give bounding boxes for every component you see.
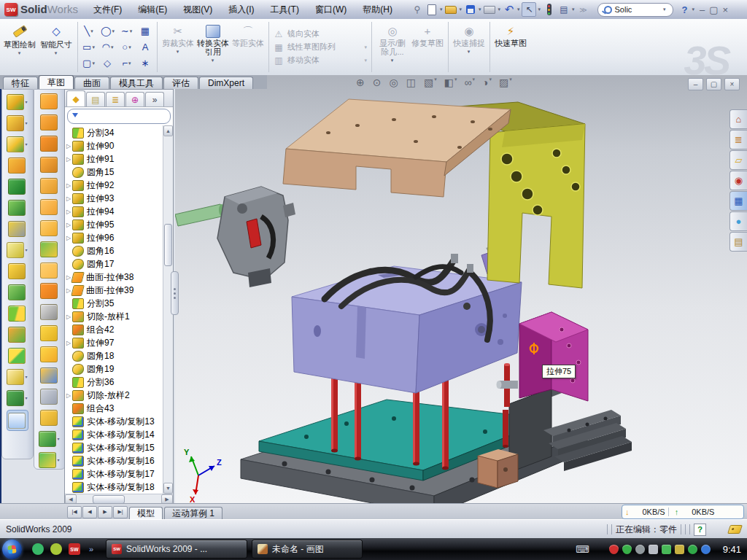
view-tool-button[interactable]: ◧▾ (444, 77, 458, 88)
tree-item[interactable]: 圆角18 (65, 349, 163, 362)
tree-item[interactable]: 圆角17 (65, 257, 163, 271)
menu-item[interactable]: 编辑(E) (130, 0, 175, 19)
repair-sketch-button[interactable]: + 修复草图 (411, 20, 444, 74)
sketch-entity-button[interactable]: ○▾ (117, 39, 136, 55)
menu-item[interactable]: 工具(T) (263, 0, 307, 19)
commandmanager-tab[interactable]: 曲面 (74, 77, 109, 89)
surface-tool-button[interactable] (40, 346, 59, 364)
surface-tool-button[interactable] (40, 177, 59, 195)
save-button[interactable] (464, 3, 477, 16)
tree-item[interactable]: 分割36 (65, 376, 163, 389)
task-pane-tab[interactable]: ● (729, 211, 747, 231)
network-warning-tray-icon[interactable] (675, 545, 684, 554)
tree-item[interactable]: ▷ 切除-放样1 (65, 310, 163, 323)
view-tool-button[interactable]: ⊕ (356, 77, 366, 88)
manager-tab[interactable]: ▤ (86, 92, 105, 106)
expand-arrow[interactable]: ▷ (65, 392, 72, 399)
surface-tool-button[interactable] (40, 93, 59, 111)
tree-item[interactable]: ▷ 曲面-拉伸38 (65, 271, 163, 284)
minimize-app-button[interactable]: – (700, 4, 705, 15)
tree-item[interactable]: 组合43 (65, 402, 163, 415)
move-entities-button[interactable]: ▥ 移动实体▾ (274, 55, 367, 66)
taskbar-button-solidworks[interactable]: SW SolidWorks 2009 - ... (106, 540, 247, 559)
tree-item[interactable]: ▷ 拉伸91 (65, 152, 163, 166)
scroll-down-arrow[interactable]: ▼ (163, 483, 173, 494)
tab-nav-button[interactable]: ▶ (98, 506, 112, 518)
surface-tool-button[interactable] (40, 240, 59, 258)
expand-arrow[interactable]: ▷ (65, 182, 72, 189)
document-tab[interactable]: 运动算例 1 (164, 507, 222, 520)
tree-item[interactable]: 分割35 (65, 297, 163, 310)
open-document-button[interactable] (444, 3, 457, 16)
quick-launch-icon[interactable] (50, 543, 62, 555)
commandmanager-tab[interactable]: DimXpert (199, 77, 253, 89)
tree-item[interactable]: ▷ 拉伸90 (65, 139, 163, 152)
select-tool-button[interactable]: ↖ (522, 2, 536, 17)
options-dropdown-arrow[interactable]: ▾ (572, 7, 575, 12)
surface-tool-button[interactable] (40, 135, 59, 153)
search-dropdown-arrow[interactable]: ▾ (663, 7, 666, 12)
tree-item[interactable]: 实体-移动/复制17 (65, 467, 163, 481)
surface-tool-button[interactable] (40, 261, 59, 279)
quick-launch-icon[interactable] (32, 543, 44, 555)
input-method-icon[interactable]: ⌨ (576, 544, 589, 555)
scroll-up-arrow[interactable]: ▲ (163, 125, 173, 136)
linear-sketch-pattern-button[interactable]: ▦ 线性草图阵列▾ (274, 42, 367, 52)
view-tool-button[interactable]: ∞▾ (464, 77, 476, 88)
view-tool-button[interactable]: ⊙ (373, 77, 383, 88)
task-pane-tab[interactable]: ▦ (729, 191, 747, 211)
open-dropdown-arrow[interactable]: ▾ (459, 7, 462, 12)
tree-item[interactable]: 实体-移动/复制14 (65, 428, 163, 441)
tree-horizontal-scrollbar[interactable]: ◀ ▶ (65, 494, 173, 504)
feature-tool-button[interactable] (8, 177, 27, 195)
horizontal-scroll-thumb[interactable] (93, 495, 125, 504)
print-button[interactable] (483, 3, 496, 16)
surface-tool-button[interactable] (40, 282, 59, 300)
restore-app-button[interactable]: ▢ (709, 4, 718, 15)
security-lightning-tray-icon[interactable] (622, 545, 632, 554)
surface-tool-button[interactable]: ▾ (39, 429, 60, 448)
expand-arrow[interactable]: ▷ (65, 195, 72, 202)
close-app-button[interactable]: × (723, 4, 729, 15)
tree-item[interactable]: 圆角16 (65, 244, 163, 257)
undo-dropdown-arrow[interactable]: ▾ (517, 7, 520, 12)
feature-tool-button[interactable] (8, 198, 27, 217)
print-dropdown-arrow[interactable]: ▾ (498, 7, 500, 12)
tag-icon[interactable] (727, 525, 743, 534)
minimize-document-button[interactable]: – (688, 78, 703, 90)
feature-tool-button[interactable]: ▾ (7, 114, 28, 132)
menu-item[interactable]: 视图(V) (175, 0, 220, 19)
surface-tool-button[interactable] (40, 367, 59, 385)
more-commands-icon[interactable]: ≫ (577, 3, 590, 16)
feature-tool-button[interactable] (8, 262, 27, 280)
new-dropdown-arrow[interactable]: ▾ (440, 7, 443, 12)
surface-tool-button[interactable] (40, 324, 59, 343)
smart-dimension-button[interactable]: ◇ 智能尺寸▾ (39, 21, 74, 74)
surface-tool-button[interactable] (40, 387, 59, 405)
tab-nav-button[interactable]: ▶| (113, 506, 128, 518)
document-tab[interactable]: 模型 (129, 507, 163, 520)
sketch-button[interactable]: 草图绘制▾ (2, 21, 37, 74)
surface-tool-button[interactable] (40, 156, 59, 174)
surface-tool-button[interactable]: ▾ (39, 451, 60, 469)
expand-arrow[interactable]: ▷ (65, 340, 72, 346)
undo-button[interactable]: ↶ (503, 3, 516, 16)
tree-item[interactable]: ▷ 拉伸97 (65, 336, 163, 349)
manager-tab[interactable]: ≣ (106, 92, 125, 106)
offset-entities-button[interactable]: ⌒ 等距实体 (231, 20, 265, 74)
3d-model-canvas[interactable]: Y Z X (175, 89, 747, 503)
expand-arrow[interactable]: ▷ (65, 222, 72, 228)
part-locating-block[interactable] (478, 449, 518, 488)
sketch-entity-button[interactable]: ▦ (136, 23, 155, 39)
tab-nav-button[interactable]: |◀ (67, 506, 82, 518)
quick-launch-icon[interactable]: » (87, 543, 96, 555)
sketch-entity-button[interactable]: ∗ (136, 55, 155, 71)
task-pane-tab[interactable]: ⌂ (729, 109, 747, 129)
sketch-entity-button[interactable]: A (136, 39, 155, 55)
feature-tool-button[interactable]: ▾ (7, 368, 28, 386)
tree-item[interactable]: 实体-移动/复制13 (65, 415, 163, 428)
convert-entities-button[interactable]: 转换实体引用▾ (196, 20, 230, 74)
tree-item[interactable]: ▷ 拉伸96 (65, 231, 163, 244)
task-pane-tab[interactable]: ◉ (729, 171, 747, 190)
usb-eject-tray-icon[interactable] (662, 545, 671, 554)
